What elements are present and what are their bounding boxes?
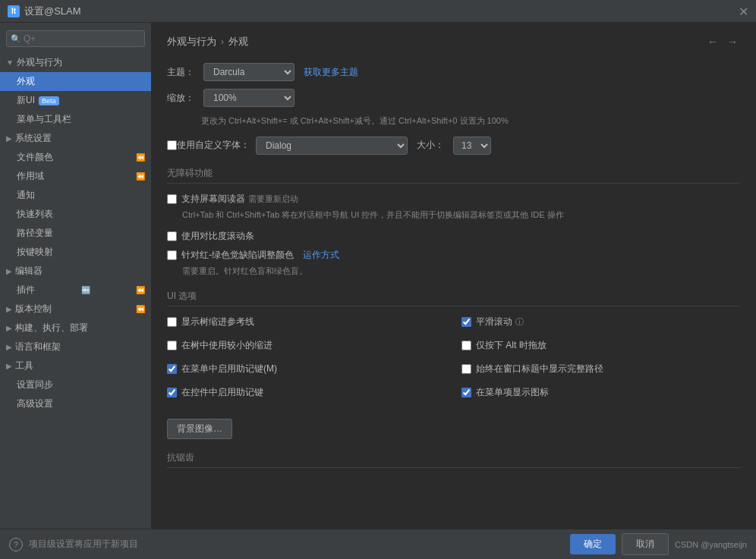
- control-mnemonics-checkbox[interactable]: [167, 388, 177, 397]
- screen-reader-restart-hint: 需要重新启动: [248, 193, 298, 205]
- sidebar-item-advanced[interactable]: 高级设置: [0, 394, 151, 413]
- smooth-scroll-label[interactable]: 平滑滚动: [476, 316, 512, 328]
- color-blind-sub-hint: 需要重启。针对红色盲和绿色盲。: [182, 265, 741, 278]
- breadcrumb-nav: ← →: [704, 34, 741, 49]
- accessibility-section-header: 无障碍功能: [167, 167, 741, 184]
- sidebar-group-build[interactable]: ▶ 构建、执行、部署: [0, 319, 151, 338]
- zoom-select[interactable]: 100%: [203, 89, 295, 107]
- full-path-label[interactable]: 始终在窗口标题中显示完整路径: [476, 363, 603, 375]
- group-label: 版本控制: [15, 303, 52, 316]
- sidebar-group-appearance-behavior[interactable]: ▼ 外观与行为: [0, 53, 151, 72]
- sidebar-item-label: 新UI: [17, 94, 35, 107]
- show-tree-lines-checkbox[interactable]: [167, 317, 177, 327]
- sidebar-item-plugins[interactable]: 插件 🔤 ⏪: [0, 281, 151, 300]
- drag-alt-row: 仅按下 Alt 时拖放: [461, 339, 741, 352]
- group-label: 构建、执行、部署: [15, 322, 88, 334]
- sidebar-group-tools[interactable]: ▶ 工具: [0, 356, 151, 375]
- screen-reader-checkbox[interactable]: [167, 194, 177, 204]
- sidebar-item-path-vars[interactable]: 路径变量: [0, 224, 151, 243]
- show-tree-lines-row: 显示树缩进参考线: [167, 316, 446, 328]
- breadcrumb-parent: 外观与行为: [167, 35, 216, 49]
- close-button[interactable]: ✕: [739, 4, 748, 18]
- sidebar-item-label: 按键映射: [17, 246, 53, 259]
- zoom-hint: 更改为 Ctrl+Alt+Shift+= 或 Ctrl+Alt+Shift+减号…: [201, 115, 741, 127]
- sidebar-item-label: 作用域: [17, 170, 44, 183]
- confirm-button[interactable]: 确定: [570, 534, 616, 554]
- menu-icons-checkbox[interactable]: [461, 388, 471, 397]
- menu-mnemonics-checkbox[interactable]: [167, 364, 177, 374]
- breadcrumb: 外观与行为 › 外观 ← →: [167, 34, 741, 49]
- sidebar-group-editor[interactable]: ▶ 编辑器: [0, 262, 151, 281]
- sidebar-item-appearance[interactable]: 外观: [0, 72, 151, 91]
- contrast-scroll-label[interactable]: 使用对比度滚动条: [181, 230, 254, 243]
- sidebar-item-label: 通知: [17, 189, 35, 202]
- sidebar-item-new-ui[interactable]: 新UI Beta: [0, 91, 151, 110]
- sidebar-group-system[interactable]: ▶ 系统设置: [0, 129, 151, 148]
- color-blind-label[interactable]: 针对红-绿色觉缺陷调整颜色: [181, 249, 294, 262]
- group-label: 系统设置: [15, 132, 52, 145]
- group-label: 编辑器: [15, 265, 43, 278]
- sidebar-group-vcs[interactable]: ▶ 版本控制 ⏪: [0, 300, 151, 319]
- expand-arrow-icon: ▶: [6, 267, 12, 275]
- custom-font-checkbox[interactable]: [167, 140, 177, 150]
- full-path-checkbox[interactable]: [461, 364, 471, 374]
- sidebar-item-label: 外观: [17, 75, 35, 88]
- theme-row: 主题： Darcula 获取更多主题: [167, 63, 741, 81]
- title-bar: It 设置@SLAM ✕: [0, 0, 756, 23]
- menu-icons-row: 在菜单项显示图标: [461, 386, 741, 399]
- sidebar-item-settings-sync[interactable]: 设置同步: [0, 375, 151, 394]
- sidebar-item-label: 插件: [17, 284, 35, 297]
- group-label: 语言和框架: [15, 341, 61, 353]
- sidebar-group-language[interactable]: ▶ 语言和框架: [0, 338, 151, 356]
- small-indent-row: 在树中使用较小的缩进: [167, 339, 446, 352]
- color-blind-checkbox[interactable]: [167, 250, 177, 260]
- small-indent-label[interactable]: 在树中使用较小的缩进: [181, 339, 272, 352]
- contrast-scroll-checkbox[interactable]: [167, 231, 177, 241]
- group-label: 工具: [15, 360, 33, 372]
- show-tree-lines-label[interactable]: 显示树缩进参考线: [181, 316, 254, 328]
- get-more-themes-link[interactable]: 获取更多主题: [304, 66, 358, 79]
- group-label: 外观与行为: [17, 56, 62, 69]
- smooth-scroll-row: 平滑滚动 ⓘ: [461, 316, 741, 328]
- drag-alt-checkbox[interactable]: [461, 341, 471, 350]
- screen-reader-label[interactable]: 支持屏幕阅读器: [181, 193, 245, 206]
- bottom-status-text: 项目级设置将应用于新项目: [29, 538, 138, 551]
- smooth-scroll-checkbox[interactable]: [461, 317, 471, 327]
- custom-font-label[interactable]: 使用自定义字体：: [177, 139, 250, 152]
- sidebar-item-notifications[interactable]: 通知: [0, 186, 151, 205]
- drag-alt-label[interactable]: 仅按下 Alt 时拖放: [476, 339, 547, 352]
- expand-arrow-icon: ▶: [6, 343, 12, 351]
- bottom-bar: ? 项目级设置将应用于新项目 确定 取消 CSDN @yangtseijn: [0, 529, 756, 559]
- search-input[interactable]: [6, 30, 145, 47]
- font-size-label: 大小：: [417, 139, 447, 152]
- screen-reader-sub-hint: Ctrl+Tab 和 Ctrl+Shift+Tab 将在对话框中导航 UI 控件…: [182, 209, 741, 221]
- theme-select[interactable]: Darcula: [203, 63, 295, 81]
- menu-mnemonics-label[interactable]: 在菜单中启用助记键(M): [181, 363, 277, 375]
- breadcrumb-path: 外观与行为 › 外观: [167, 35, 248, 49]
- sidebar-section-appearance: ▼ 外观与行为 外观 新UI Beta 菜单与工具栏: [0, 53, 151, 129]
- small-indent-checkbox[interactable]: [167, 341, 177, 350]
- help-icon[interactable]: ?: [9, 538, 23, 551]
- sidebar-item-file-colors[interactable]: 文件颜色 ⏪: [0, 148, 151, 167]
- zoom-label: 缩放：: [167, 92, 197, 105]
- cancel-button[interactable]: 取消: [622, 533, 669, 555]
- background-image-button[interactable]: 背景图像…: [167, 419, 232, 439]
- sidebar-item-label: 路径变量: [17, 227, 53, 240]
- font-family-select[interactable]: Dialog: [256, 137, 408, 155]
- nav-forward-button[interactable]: →: [724, 34, 741, 49]
- theme-label: 主题：: [167, 66, 197, 79]
- title-bar-text: 设置@SLAM: [24, 5, 81, 18]
- restore-icon: ⏪: [136, 153, 145, 162]
- menu-icons-label[interactable]: 在菜单项显示图标: [476, 386, 549, 399]
- sidebar-item-quick-lists[interactable]: 快速列表: [0, 205, 151, 224]
- sidebar-item-label: 菜单与工具栏: [17, 113, 71, 126]
- nav-back-button[interactable]: ←: [704, 34, 721, 49]
- sidebar-item-menu-toolbar[interactable]: 菜单与工具栏: [0, 110, 151, 129]
- color-blind-link[interactable]: 运作方式: [303, 249, 339, 262]
- sidebar-item-label: 文件颜色: [17, 151, 53, 164]
- bottom-right: 确定 取消 CSDN @yangtseijn: [570, 533, 747, 555]
- font-size-select[interactable]: 13: [453, 137, 491, 155]
- sidebar-item-scope[interactable]: 作用域 ⏪: [0, 167, 151, 186]
- sidebar-item-keymap[interactable]: 按键映射: [0, 243, 151, 262]
- control-mnemonics-label[interactable]: 在控件中启用助记键: [181, 386, 263, 399]
